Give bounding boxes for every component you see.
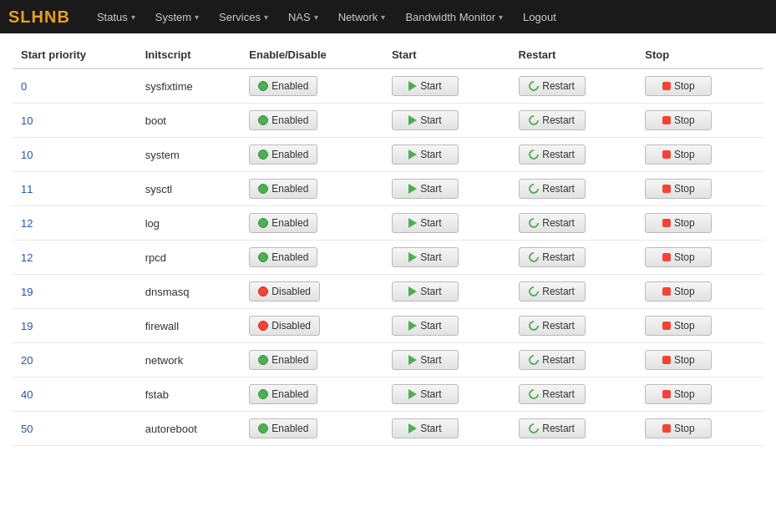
stop-button[interactable]: Stop [645,144,712,165]
stop-icon [662,185,671,193]
start-button[interactable]: Start [392,350,459,370]
status-cell: Enabled [241,412,383,446]
enable-disable-button[interactable]: Enabled [249,418,317,438]
restart-button[interactable]: Restart [519,316,586,336]
start-button[interactable]: Start [392,76,459,96]
enable-disable-button[interactable]: Enabled [249,110,317,130]
start-button[interactable]: Start [392,281,459,301]
stop-button[interactable]: Stop [645,350,712,370]
table-row: 20 network Enabled Start Restart Stop [13,343,763,377]
restart-icon [527,182,541,196]
enable-disable-button[interactable]: Enabled [249,76,317,96]
enable-disable-button[interactable]: Enabled [249,247,317,267]
stop-button[interactable]: Stop [645,213,712,233]
table-row: 50 autoreboot Enabled Start Restart Stop [13,412,763,446]
status-cell: Enabled [241,377,383,412]
initscript-cell: system [137,138,241,172]
table-row: 11 sysctl Enabled Start Restart Stop [13,172,763,206]
stop-button[interactable]: Stop [645,179,712,199]
start-button[interactable]: Start [392,110,459,130]
nav-network[interactable]: Network ▾ [328,3,396,32]
stop-icon [662,82,671,90]
nav-nas[interactable]: NAS ▾ [278,3,328,32]
status-cell: Enabled [241,241,383,275]
enable-disable-button[interactable]: Enabled [249,144,317,165]
stop-button[interactable]: Stop [645,76,712,96]
start-button[interactable]: Start [392,418,459,438]
restart-icon [527,319,541,333]
stop-button[interactable]: Stop [645,418,712,438]
status-cell: Disabled [241,309,383,343]
restart-icon [527,353,541,367]
priority-cell: 19 [13,275,137,309]
start-button[interactable]: Start [392,213,459,233]
col-start: Start [383,42,510,68]
start-button[interactable]: Start [392,144,459,165]
start-button[interactable]: Start [392,247,459,267]
enable-disable-button[interactable]: Disabled [249,316,320,336]
nav-logout[interactable]: Logout [513,3,566,32]
nav-services[interactable]: Services ▾ [209,3,278,32]
stop-button[interactable]: Stop [645,110,712,130]
nav-bandwidth[interactable]: Bandwidth Monitor ▾ [395,3,513,32]
stop-button[interactable]: Stop [645,281,712,301]
stop-button[interactable]: Stop [645,247,712,267]
start-cell: Start [383,377,510,412]
play-icon [408,184,417,194]
enabled-icon [258,423,268,433]
table-row: 12 log Enabled Start Restart Stop [13,206,763,241]
enabled-icon [258,115,268,125]
start-cell: Start [383,309,510,343]
restart-button[interactable]: Restart [519,418,586,438]
start-cell: Start [383,172,510,206]
stop-cell: Stop [637,309,763,343]
stop-button[interactable]: Stop [645,316,712,336]
status-cell: Enabled [241,138,383,172]
start-button[interactable]: Start [392,179,459,199]
nav-system[interactable]: System ▾ [145,3,209,32]
restart-icon [527,251,541,265]
start-button[interactable]: Start [392,316,459,336]
restart-button[interactable]: Restart [519,213,586,233]
restart-cell: Restart [510,275,637,309]
enable-disable-button[interactable]: Enabled [249,179,317,199]
enable-disable-button[interactable]: Enabled [249,384,317,404]
stop-icon [662,116,671,124]
priority-cell: 50 [13,412,137,446]
enable-disable-button[interactable]: Enabled [249,350,317,370]
enabled-icon [258,81,268,91]
stop-button[interactable]: Stop [645,384,712,404]
col-initscript: Initscript [137,42,241,68]
restart-icon [527,216,541,231]
table-row: 12 rpcd Enabled Start Restart Stop [13,241,763,275]
restart-button[interactable]: Restart [519,350,586,370]
enable-disable-button[interactable]: Enabled [249,213,317,233]
stop-cell: Stop [637,412,763,446]
chevron-down-icon: ▾ [131,13,135,22]
disabled-icon [258,286,268,296]
start-button[interactable]: Start [392,384,459,404]
restart-button[interactable]: Restart [519,281,586,301]
col-enable-disable: Enable/Disable [241,42,383,68]
play-icon [408,286,417,296]
start-cell: Start [383,138,510,172]
restart-cell: Restart [510,172,637,206]
restart-button[interactable]: Restart [519,144,586,165]
restart-cell: Restart [510,343,637,377]
stop-cell: Stop [637,206,763,241]
restart-button[interactable]: Restart [519,179,586,199]
play-icon [408,389,417,399]
initscript-cell: autoreboot [137,412,241,446]
services-table: Start priority Initscript Enable/Disable… [13,42,763,446]
stop-cell: Stop [637,138,763,172]
restart-button[interactable]: Restart [519,110,586,130]
restart-button[interactable]: Restart [519,247,586,267]
enable-disable-button[interactable]: Disabled [249,281,320,301]
nav-status[interactable]: Status ▾ [87,3,145,32]
restart-button[interactable]: Restart [519,76,586,96]
restart-button[interactable]: Restart [519,384,586,404]
stop-icon [662,356,671,364]
initscript-cell: log [137,206,241,241]
initscript-cell: rpcd [137,241,241,275]
initscript-cell: boot [137,104,241,138]
